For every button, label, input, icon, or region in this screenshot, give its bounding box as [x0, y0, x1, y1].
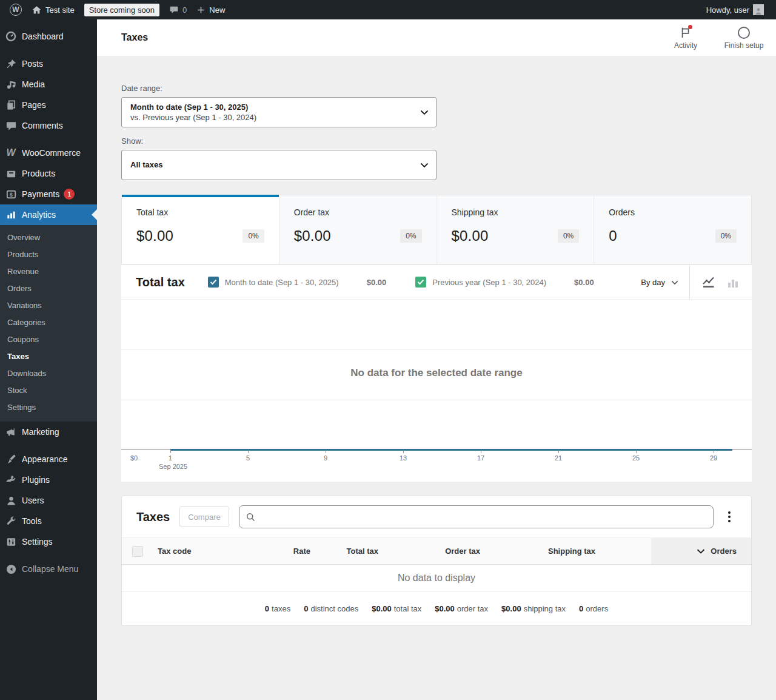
- table-title: Taxes: [136, 510, 170, 524]
- column-header-shipping-tax[interactable]: Shipping tax: [480, 538, 651, 564]
- collapse-menu-button[interactable]: Collapse Menu: [0, 559, 97, 579]
- comment-icon: [5, 119, 17, 132]
- sidebar-item-label: Marketing: [22, 427, 59, 437]
- search-box[interactable]: [239, 505, 714, 528]
- x-tick-label: 25: [624, 454, 648, 462]
- more-options-kebab-icon[interactable]: [722, 508, 737, 525]
- sidebar-item-label: Analytics: [22, 210, 56, 220]
- svg-text:$: $: [9, 191, 13, 198]
- sidebar-item-woocommerce[interactable]: W WooCommerce: [0, 143, 97, 163]
- date-range-select[interactable]: Month to date (Sep 1 - 30, 2025) vs. Pre…: [121, 97, 436, 127]
- finish-setup-button[interactable]: Finish setup: [720, 25, 768, 50]
- pin-icon: [5, 58, 17, 70]
- tile-total-tax[interactable]: Total tax $0.00 0%: [122, 195, 279, 264]
- wordpress-logo-menu[interactable]: W: [5, 0, 27, 19]
- home-icon: [32, 5, 42, 15]
- brush-icon: [5, 453, 17, 465]
- summary-order-tax: $0.00order tax: [435, 604, 488, 613]
- wordpress-logo-icon: W: [10, 4, 22, 16]
- submenu-item-categories[interactable]: Categories: [0, 314, 97, 331]
- analytics-icon: [5, 209, 17, 221]
- gridline: [121, 400, 752, 400]
- sidebar-item-users[interactable]: Users: [0, 490, 97, 511]
- chart-x-axis: $0 1 5 9 13 17 21 25 29 Sep 2025: [121, 450, 752, 482]
- column-header-orders-sorted[interactable]: Orders: [651, 538, 751, 564]
- activity-button[interactable]: Activity: [662, 25, 709, 50]
- site-name-link[interactable]: Test site: [27, 0, 79, 19]
- submenu-item-variations[interactable]: Variations: [0, 297, 97, 314]
- legend-item-current-period[interactable]: Month to date (Sep 1 - 30, 2025) $0.00: [193, 277, 401, 288]
- sidebar-item-comments[interactable]: Comments: [0, 115, 97, 136]
- sidebar-item-payments[interactable]: $ Payments 1: [0, 184, 97, 204]
- tile-shipping-tax[interactable]: Shipping tax $0.00 0%: [436, 195, 594, 264]
- submenu-item-revenue[interactable]: Revenue: [0, 263, 97, 280]
- legend-item-previous-period[interactable]: Previous year (Sep 1 - 30, 2024) $0.00: [401, 277, 608, 288]
- admin-bar: W Test site Store coming soon 0 New Howd…: [0, 0, 776, 19]
- sidebar-item-label: Tools: [22, 516, 42, 526]
- tile-delta-badge: 0%: [400, 229, 421, 243]
- summary-tiles: Total tax $0.00 0% Order tax $0.00 0% Sh…: [121, 195, 752, 264]
- tile-value: $0.00: [294, 227, 331, 244]
- select-all-checkbox[interactable]: [122, 538, 149, 564]
- column-header-tax-code[interactable]: Tax code: [149, 538, 256, 564]
- sidebar-item-settings[interactable]: Settings: [0, 531, 97, 552]
- tile-order-tax[interactable]: Order tax $0.00 0%: [279, 195, 436, 264]
- chevron-down-icon: [420, 109, 429, 118]
- column-header-order-tax[interactable]: Order tax: [378, 538, 480, 564]
- tile-value: $0.00: [136, 227, 173, 244]
- line-chart-icon[interactable]: [701, 274, 717, 290]
- tile-delta-badge: 0%: [242, 229, 264, 243]
- sidebar-item-plugins[interactable]: Plugins: [0, 469, 97, 490]
- chart-panel: Total tax Month to date (Sep 1 - 30, 202…: [121, 265, 752, 482]
- new-menu[interactable]: New: [192, 0, 230, 19]
- interval-select[interactable]: By day: [630, 265, 689, 299]
- chart-plot-area[interactable]: No data for the selected date range: [121, 299, 752, 450]
- page-header: Taxes Activity Finish setup: [97, 19, 776, 56]
- tile-value: 0: [609, 227, 617, 244]
- sidebar-item-products[interactable]: Products: [0, 163, 97, 184]
- submenu-item-coupons[interactable]: Coupons: [0, 331, 97, 348]
- page-title: Taxes: [121, 32, 148, 43]
- sidebar-item-appearance[interactable]: Appearance: [0, 449, 97, 469]
- table-summary-row: 0taxes 0distinct codes $0.00total tax $0…: [122, 592, 751, 625]
- checkbox-checked[interactable]: [415, 277, 426, 288]
- submenu-item-stock[interactable]: Stock: [0, 382, 97, 399]
- new-label: New: [209, 5, 225, 15]
- my-account-menu[interactable]: Howdy, user: [701, 0, 769, 19]
- person-icon: [754, 7, 763, 15]
- submenu-item-products[interactable]: Products: [0, 246, 97, 263]
- search-icon: [246, 512, 256, 522]
- date-range-compare-value: vs. Previous year (Sep 1 - 30, 2024): [130, 113, 412, 122]
- sidebar-item-label: Plugins: [22, 475, 50, 485]
- show-select[interactable]: All taxes: [121, 150, 436, 180]
- sidebar-item-analytics[interactable]: Analytics: [0, 204, 97, 225]
- sidebar-item-marketing[interactable]: Marketing: [0, 422, 97, 442]
- submenu-item-settings[interactable]: Settings: [0, 399, 97, 416]
- submenu-item-taxes[interactable]: Taxes: [0, 348, 97, 365]
- column-header-rate[interactable]: Rate: [256, 538, 310, 564]
- submenu-item-orders[interactable]: Orders: [0, 280, 97, 297]
- comments-menu[interactable]: 0: [164, 0, 192, 19]
- sidebar-item-posts[interactable]: Posts: [0, 53, 97, 74]
- compare-button[interactable]: Compare: [179, 506, 229, 527]
- submenu-item-downloads[interactable]: Downloads: [0, 365, 97, 382]
- sidebar-item-label: WooCommerce: [22, 148, 81, 158]
- checkbox-checked[interactable]: [208, 277, 219, 288]
- tile-orders[interactable]: Orders 0 0%: [594, 195, 751, 264]
- legend-value: $0.00: [367, 278, 387, 287]
- column-header-total-tax[interactable]: Total tax: [310, 538, 378, 564]
- sliders-icon: [5, 536, 17, 548]
- sidebar-item-label: Appearance: [22, 454, 68, 464]
- submenu-item-overview[interactable]: Overview: [0, 229, 97, 246]
- sidebar-item-pages[interactable]: Pages: [0, 95, 97, 115]
- table-header: Taxes Compare: [122, 496, 751, 537]
- search-input[interactable]: [261, 513, 707, 522]
- tile-value: $0.00: [452, 227, 489, 244]
- summary-taxes: 0taxes: [265, 604, 290, 613]
- x-axis-month-label: Sep 2025: [159, 463, 187, 470]
- sidebar-item-media[interactable]: Media: [0, 74, 97, 95]
- bar-chart-icon[interactable]: [725, 274, 741, 290]
- sidebar-item-dashboard[interactable]: Dashboard: [0, 26, 97, 47]
- sidebar-item-tools[interactable]: Tools: [0, 511, 97, 531]
- summary-distinct-codes: 0distinct codes: [304, 604, 358, 613]
